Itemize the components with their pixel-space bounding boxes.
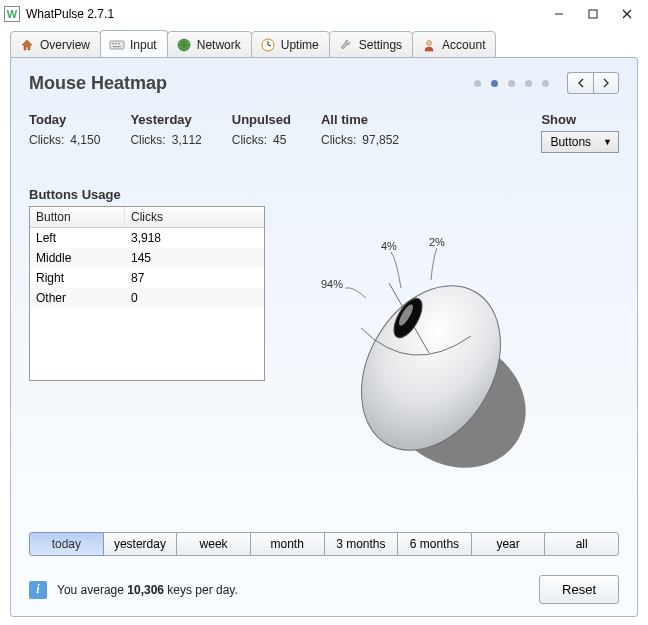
svg-point-13 xyxy=(427,41,432,46)
cell: 87 xyxy=(125,268,150,288)
tab-bar: Overview Input Network Uptime Settings A… xyxy=(0,28,648,57)
tab-label: Network xyxy=(197,38,241,52)
tab-label: Uptime xyxy=(281,38,319,52)
show-dropdown[interactable]: Buttons ▼ xyxy=(541,131,619,153)
tab-input[interactable]: Input xyxy=(100,30,168,57)
stat-value: 97,852 xyxy=(362,133,399,147)
tab-label: Overview xyxy=(40,38,90,52)
stat-metric: Clicks: xyxy=(29,133,64,147)
tab-uptime[interactable]: Uptime xyxy=(251,31,330,58)
pct-left: 94% xyxy=(321,278,343,290)
page-title: Mouse Heatmap xyxy=(29,73,474,94)
cell: 3,918 xyxy=(125,228,167,248)
svg-rect-8 xyxy=(113,46,121,47)
usage-table: Button Clicks⌄ Left3,918 Middle145 Right… xyxy=(29,206,265,381)
period-yesterday[interactable]: yesterday xyxy=(103,532,178,556)
title-bar: W WhatPulse 2.7.1 xyxy=(0,0,648,28)
tab-label: Input xyxy=(130,38,157,52)
stat-label: Yesterday xyxy=(130,112,201,127)
info-icon: i xyxy=(29,581,47,599)
stat-metric: Clicks: xyxy=(232,133,267,147)
page-dot[interactable] xyxy=(474,80,481,87)
maximize-button[interactable] xyxy=(576,3,610,25)
tab-overview[interactable]: Overview xyxy=(10,31,101,58)
window-title: WhatPulse 2.7.1 xyxy=(26,7,542,21)
table-row[interactable]: Other0 xyxy=(30,288,264,308)
show-label: Show xyxy=(541,112,619,127)
dropdown-value: Buttons xyxy=(550,135,591,149)
app-icon: W xyxy=(4,6,20,22)
period-bar: today yesterday week month 3 months 6 mo… xyxy=(29,532,619,556)
stat-label: Today xyxy=(29,112,100,127)
page-dot[interactable] xyxy=(491,80,498,87)
minimize-button[interactable] xyxy=(542,3,576,25)
cell: 145 xyxy=(125,248,157,268)
keyboard-icon xyxy=(109,37,125,53)
svg-rect-5 xyxy=(112,43,114,44)
home-icon xyxy=(19,37,35,53)
col-header-clicks[interactable]: Clicks⌄ xyxy=(125,207,169,227)
page-dot[interactable] xyxy=(542,80,549,87)
page-dot[interactable] xyxy=(508,80,515,87)
stat-alltime: All time Clicks:97,852 xyxy=(321,112,399,153)
period-month[interactable]: month xyxy=(250,532,325,556)
period-3months[interactable]: 3 months xyxy=(324,532,399,556)
cell: 0 xyxy=(125,288,144,308)
col-header-button[interactable]: Button xyxy=(30,207,125,227)
stat-label: All time xyxy=(321,112,399,127)
prev-page-button[interactable] xyxy=(567,72,593,94)
stat-value: 4,150 xyxy=(70,133,100,147)
stat-today: Today Clicks:4,150 xyxy=(29,112,100,153)
stat-metric: Clicks: xyxy=(130,133,165,147)
main-panel: Mouse Heatmap Today Clicks:4,150 Yesterd… xyxy=(10,57,638,617)
period-all[interactable]: all xyxy=(544,532,619,556)
tab-account[interactable]: Account xyxy=(412,31,496,58)
period-6months[interactable]: 6 months xyxy=(397,532,472,556)
usage-title: Buttons Usage xyxy=(29,187,619,202)
clock-icon xyxy=(260,37,276,53)
tab-label: Account xyxy=(442,38,485,52)
cell: Right xyxy=(30,268,125,288)
stat-unpulsed: Unpulsed Clicks:45 xyxy=(232,112,291,153)
pct-middle: 4% xyxy=(381,240,397,252)
stats-row: Today Clicks:4,150 Yesterday Clicks:3,11… xyxy=(29,112,619,153)
tab-network[interactable]: Network xyxy=(167,31,252,58)
globe-icon xyxy=(176,37,192,53)
cell: Middle xyxy=(30,248,125,268)
tab-label: Settings xyxy=(359,38,402,52)
svg-rect-7 xyxy=(118,43,120,44)
tab-settings[interactable]: Settings xyxy=(329,31,413,58)
svg-rect-4 xyxy=(110,41,124,49)
mouse-svg xyxy=(311,228,611,478)
period-year[interactable]: year xyxy=(471,532,546,556)
sort-indicator-icon: ⌄ xyxy=(138,214,145,223)
stat-value: 45 xyxy=(273,133,286,147)
stat-value: 3,112 xyxy=(172,133,202,147)
mouse-illustration: 94% 4% 2% xyxy=(311,228,611,478)
cell: Left xyxy=(30,228,125,248)
pct-right: 2% xyxy=(429,236,445,248)
show-control: Show Buttons ▼ xyxy=(541,112,619,153)
stat-metric: Clicks: xyxy=(321,133,356,147)
stat-yesterday: Yesterday Clicks:3,112 xyxy=(130,112,201,153)
period-today[interactable]: today xyxy=(29,532,104,556)
page-dots xyxy=(474,80,549,87)
svg-rect-1 xyxy=(589,10,597,18)
next-page-button[interactable] xyxy=(593,72,619,94)
svg-rect-6 xyxy=(115,43,117,44)
table-header[interactable]: Button Clicks⌄ xyxy=(30,207,264,228)
reset-button[interactable]: Reset xyxy=(539,575,619,604)
table-row[interactable]: Middle145 xyxy=(30,248,264,268)
page-dot[interactable] xyxy=(525,80,532,87)
cell: Other xyxy=(30,288,125,308)
table-row[interactable]: Right87 xyxy=(30,268,264,288)
table-row[interactable]: Left3,918 xyxy=(30,228,264,248)
stat-label: Unpulsed xyxy=(232,112,291,127)
user-icon xyxy=(421,37,437,53)
footer-row: i You average 10,306 keys per day. Reset xyxy=(29,575,619,604)
chevron-down-icon: ▼ xyxy=(603,137,612,147)
close-button[interactable] xyxy=(610,3,644,25)
period-week[interactable]: week xyxy=(176,532,251,556)
wrench-icon xyxy=(338,37,354,53)
footer-text: You average 10,306 keys per day. xyxy=(57,583,238,597)
